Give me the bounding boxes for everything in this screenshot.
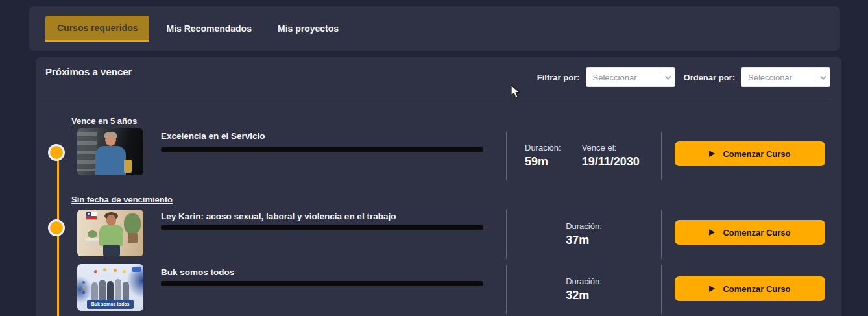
play-icon [709, 151, 715, 157]
duration-label: Duración: [525, 143, 561, 152]
play-icon [709, 229, 715, 236]
tabs-bar: Cursos requeridos Mis Recomendados Mis p… [29, 6, 840, 51]
progress-bar [161, 147, 483, 152]
button-label: Comenzar Curso [723, 228, 790, 237]
thumbnail-art [85, 238, 99, 241]
thumbnail-art [115, 279, 121, 300]
course-thumbnail[interactable] [77, 210, 143, 256]
thumbnail-art [107, 281, 114, 300]
timeline-dot [48, 144, 65, 161]
thumbnail-art [124, 213, 141, 234]
thumbnail-art [99, 225, 123, 246]
buk-logo-badge [132, 267, 141, 272]
sort-by-select[interactable]: Seleccionar [741, 67, 830, 87]
group-label-vence-5-anos: Vence en 5 años [71, 116, 137, 126]
tab-mis-proyectos[interactable]: Mis proyectos [269, 16, 348, 42]
thumbnail-art [82, 281, 85, 284]
thumbnail-caption: Buk somos todos [87, 300, 134, 309]
duration-block: Duración: 32m [566, 276, 602, 302]
duration-value: 37m [566, 234, 602, 247]
select-divider [660, 72, 660, 82]
thumbnail-art [124, 160, 132, 173]
duration-block: Duración: 59m [525, 143, 561, 169]
due-date-label: Vence el: [582, 143, 640, 152]
thumbnail-art [105, 134, 116, 146]
select-divider [815, 72, 815, 82]
proximos-a-vencer-panel: Próximos a vencer Filtrar por: Seleccion… [36, 57, 841, 316]
course-meta: Duración: 59m Vence el: 19/11/2030 [506, 132, 662, 180]
course-thumbnail[interactable] [77, 128, 143, 175]
course-title: Buk somos todos [161, 267, 234, 277]
thumbnail-art [95, 146, 126, 175]
thumbnail-art [128, 233, 138, 243]
thumbnail-art [99, 280, 106, 300]
comenzar-curso-button[interactable]: Comenzar Curso [675, 141, 825, 166]
header-divider [45, 99, 831, 99]
group-label-sin-fecha: Sin fecha de vencimiento [71, 195, 173, 204]
comenzar-curso-button[interactable]: Comenzar Curso [675, 220, 825, 245]
thumbnail-art [91, 282, 98, 300]
thumbnail-art [114, 269, 117, 272]
course-thumbnail[interactable]: Buk somos todos [77, 264, 143, 311]
course-title: Ley Karin: acoso sexual, laboral y viole… [161, 212, 396, 221]
thumbnail-art [77, 132, 97, 171]
due-date-block: Vence el: 19/11/2030 [582, 143, 640, 169]
chevron-down-icon [820, 73, 826, 80]
duration-label: Duración: [566, 221, 602, 231]
sort-by-label: Ordenar por: [684, 73, 735, 82]
comenzar-curso-button[interactable]: Comenzar Curso [675, 276, 825, 301]
thumbnail-art [88, 230, 97, 238]
duration-value: 59m [525, 155, 561, 169]
due-date-value: 19/11/2030 [582, 155, 640, 169]
chevron-down-icon [664, 73, 671, 80]
button-label: Comenzar Curso [723, 284, 790, 294]
filter-by-select[interactable]: Seleccionar [586, 67, 675, 87]
thumbnail-art [123, 282, 129, 300]
chile-flag-icon [86, 212, 97, 219]
thumbnail-art [106, 215, 116, 226]
course-title: Excelencia en el Servicio [161, 131, 265, 141]
tab-mis-recomendados[interactable]: Mis Recomendados [157, 16, 260, 42]
thumbnail-art [103, 245, 120, 256]
tab-cursos-requeridos[interactable]: Cursos requeridos [45, 16, 149, 42]
duration-label: Duración: [566, 276, 602, 286]
button-label: Comenzar Curso [723, 149, 790, 159]
thumbnail-art [94, 270, 97, 273]
play-icon [709, 286, 715, 292]
progress-bar [161, 225, 483, 230]
duration-value: 32m [566, 289, 602, 302]
filter-by-selected-value: Seleccionar [593, 73, 660, 82]
filter-sort-bar: Filtrar por: Seleccionar Ordenar por: Se… [537, 67, 830, 87]
sort-by-selected-value: Seleccionar [748, 73, 815, 82]
filter-by-label: Filtrar por: [537, 73, 580, 82]
panel-title: Próximos a vencer [45, 66, 132, 77]
learning-dashboard: Cursos requeridos Mis Recomendados Mis p… [0, 0, 868, 316]
timeline-dot [48, 219, 65, 236]
progress-bar [161, 281, 483, 286]
duration-block: Duración: 37m [566, 221, 602, 247]
course-meta: Duración: 32m [506, 265, 662, 314]
course-meta: Duración: 37m [506, 210, 662, 259]
thumbnail-art [123, 270, 126, 273]
thumbnail-art [103, 268, 106, 271]
